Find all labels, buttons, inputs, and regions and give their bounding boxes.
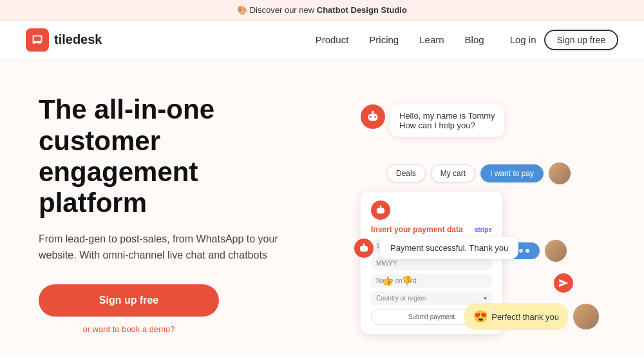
- logo-icon: [26, 28, 49, 52]
- action-icons: 👍 👎: [380, 273, 413, 288]
- greeting-text: Hello, my name is Tommy How can I help y…: [399, 111, 495, 130]
- success-text: Payment successful. Thank you: [390, 243, 508, 253]
- send-button[interactable]: [554, 273, 573, 293]
- nav-blog[interactable]: Blog: [465, 34, 484, 45]
- nav-pricing[interactable]: Pricing: [369, 34, 399, 45]
- bot-avatar: [361, 104, 385, 129]
- header: tiledesk Product Pricing Learn Blog Log …: [0, 21, 644, 59]
- announcement-bold: Chatbot Design Studio: [317, 5, 407, 15]
- payment-bot-icon: [375, 204, 386, 216]
- payment-bot-avatar: [371, 201, 390, 220]
- main-nav: Product Pricing Learn Blog: [316, 34, 484, 45]
- success-bubble: Payment successful. Thank you: [380, 237, 518, 259]
- login-button[interactable]: Log in: [510, 34, 536, 45]
- final-msg-text: Perfect! thank you: [491, 312, 559, 322]
- hero-subtitle: From lead-gen to post-sales, from WhatsA…: [39, 231, 296, 264]
- chat-ui: Hello, my name is Tommy How can I help y…: [322, 92, 605, 337]
- signup-header-button[interactable]: Sign up free: [544, 30, 619, 50]
- payment-success: Payment successful. Thank you: [354, 237, 518, 259]
- hero-left: The all-in-one customer engagement platf…: [39, 94, 322, 333]
- demo-link[interactable]: or want to book a demo?: [39, 324, 219, 334]
- stripe-badge: stripe: [475, 226, 492, 233]
- hero-signup-button[interactable]: Sign up free: [39, 284, 219, 317]
- dot-2: [519, 249, 523, 253]
- logo-text: tiledesk: [54, 32, 102, 47]
- payment-title: Insert your payment data: [371, 225, 463, 234]
- payment-card-header: Insert your payment data stripe: [371, 225, 492, 234]
- dropdown-icon: ▾: [484, 295, 487, 302]
- nav-learn[interactable]: Learn: [419, 34, 444, 45]
- dot-3: [526, 249, 529, 253]
- hero-title: The all-in-one customer engagement platf…: [39, 94, 296, 219]
- quick-replies: Deals My cart I want to pay: [386, 162, 571, 184]
- country-placeholder: Country or region: [376, 295, 426, 302]
- bot-greeting: Hello, my name is Tommy How can I help y…: [361, 104, 504, 137]
- announcement-icon: 🎨: [237, 5, 247, 15]
- quick-reply-pay[interactable]: I want to pay: [480, 164, 544, 182]
- user-avatar-3: [573, 304, 599, 329]
- expiry-placeholder: MM/YY: [376, 260, 397, 267]
- final-msg-bubble: 😍 Perfect! thank you: [464, 303, 568, 330]
- final-message: 😍 Perfect! thank you: [464, 303, 599, 330]
- logo-svg: [30, 33, 44, 47]
- greeting-bubble: Hello, my name is Tommy How can I help y…: [390, 104, 504, 137]
- announcement-prefix: Discover our new: [250, 5, 317, 15]
- thumbs-up-icon[interactable]: 👍: [380, 273, 394, 288]
- bot-icon: [366, 110, 380, 124]
- success-bot-avatar: [354, 239, 374, 258]
- hero-section: The all-in-one customer engagement platf…: [0, 59, 644, 356]
- success-bot-icon: [358, 242, 370, 254]
- nav-product[interactable]: Product: [316, 34, 349, 45]
- thumbs-down-icon[interactable]: 👎: [399, 273, 413, 288]
- send-icon: [558, 278, 569, 288]
- announcement-bar: 🎨 Discover our new Chatbot Design Studio: [0, 0, 644, 21]
- hero-illustration: Hello, my name is Tommy How can I help y…: [322, 92, 605, 337]
- user-avatar-1: [549, 162, 571, 184]
- header-actions: Log in Sign up free: [510, 30, 618, 50]
- quick-reply-deals[interactable]: Deals: [386, 164, 426, 182]
- emoji-icon: 😍: [473, 309, 488, 324]
- logo[interactable]: tiledesk: [26, 28, 102, 52]
- quick-reply-cart[interactable]: My cart: [431, 164, 475, 182]
- user-avatar-2: [545, 240, 567, 262]
